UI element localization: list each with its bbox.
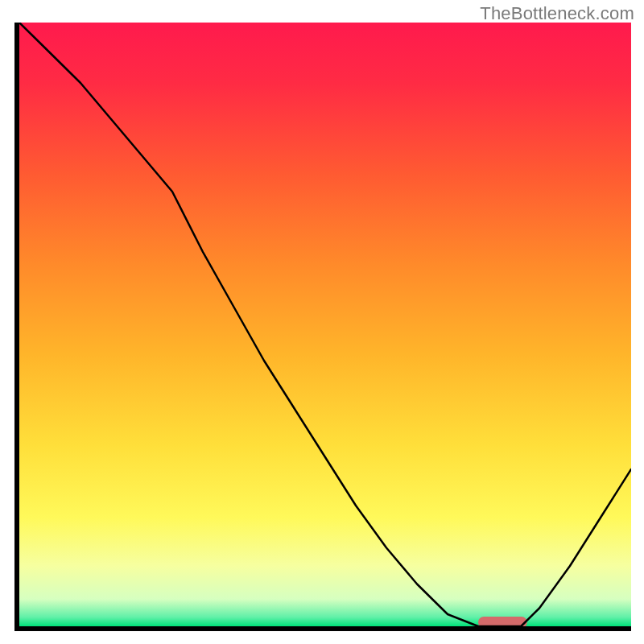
chart-background	[19, 23, 631, 626]
watermark-text: TheBottleneck.com	[480, 3, 634, 24]
chart-container	[14, 23, 631, 631]
chart-svg	[14, 23, 631, 631]
